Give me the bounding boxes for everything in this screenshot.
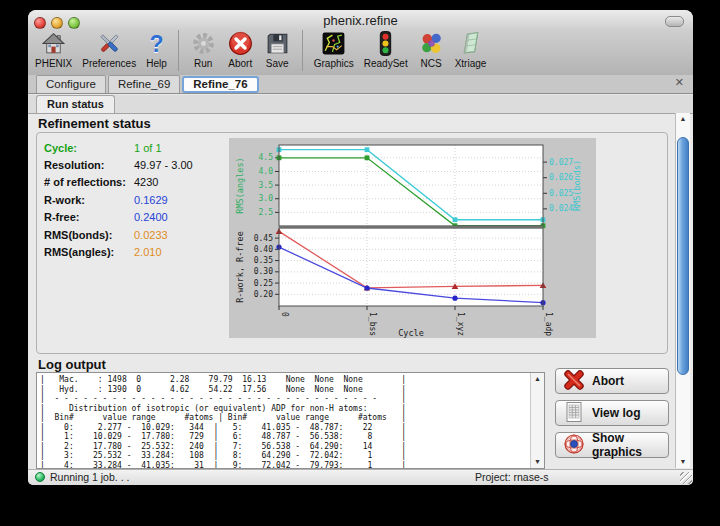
svg-text:RMS(angles): RMS(angles) <box>235 157 245 213</box>
help-button[interactable]: ? Help <box>141 29 172 69</box>
svg-text:3.0: 3.0 <box>259 194 274 203</box>
phenix-home-icon <box>40 29 67 58</box>
graphics-button[interactable]: Graphics <box>309 29 359 69</box>
readyset-trafficlight-icon <box>372 29 399 58</box>
running-status-icon <box>35 472 45 482</box>
svg-text:4.0: 4.0 <box>259 167 274 176</box>
toolbar: PHENIX Preferences ? Help Run <box>30 29 491 75</box>
log-output-heading: Log output <box>38 357 106 372</box>
toolbar-item-label: Abort <box>228 58 252 69</box>
stat-r-work: R-work:0.1629 <box>44 191 193 208</box>
window-title: phenix.refine <box>28 13 693 28</box>
scroll-down-icon[interactable]: ▼ <box>676 457 690 467</box>
abort-x-icon <box>563 369 585 394</box>
svg-text:0.027: 0.027 <box>549 158 573 167</box>
svg-text:0.35: 0.35 <box>254 256 273 265</box>
svg-text:0.30: 0.30 <box>254 267 273 276</box>
inner-notebook-strip <box>28 95 693 114</box>
view-log-document-icon <box>563 401 585 426</box>
preferences-button[interactable]: Preferences <box>77 29 141 69</box>
toolbar-item-label: Preferences <box>82 58 136 69</box>
svg-text:Cycle: Cycle <box>398 328 424 338</box>
svg-text:2.5: 2.5 <box>259 208 274 217</box>
xtriage-crystal-icon <box>457 29 484 58</box>
refine-76-content: Run status ▲ ▼ Refinement status Cycle:1… <box>28 95 693 470</box>
svg-text:RMS(bonds): RMS(bonds) <box>572 160 582 211</box>
desktop-background: phenix.refine PHENIX Preferences ? Help <box>0 0 720 526</box>
log-vertical-scrollbar[interactable]: ▲ ▼ <box>530 373 544 468</box>
run-button[interactable]: Run <box>185 29 222 69</box>
scroll-down-icon[interactable]: ▼ <box>531 457 544 467</box>
tab-refine-69[interactable]: Refine_69 <box>108 75 180 93</box>
svg-text:1_bss: 1_bss <box>368 312 377 336</box>
window-chrome: phenix.refine PHENIX Preferences ? Help <box>28 10 693 76</box>
toolbar-item-label: PHENIX <box>35 58 72 69</box>
refinement-status-heading: Refinement status <box>38 116 151 131</box>
close-tab-icon[interactable]: ✕ <box>675 77 684 88</box>
svg-text:0.026: 0.026 <box>549 173 573 182</box>
svg-text:4.5: 4.5 <box>259 153 274 162</box>
ncs-button[interactable]: NCS <box>413 29 450 69</box>
preferences-tools-icon <box>96 29 123 58</box>
abort-job-button[interactable]: Abort <box>555 368 669 394</box>
svg-text:0.20: 0.20 <box>254 290 273 299</box>
tab-run-status[interactable]: Run status <box>36 95 115 113</box>
graphics-sphere-icon <box>563 433 585 458</box>
svg-text:R-work, R-free: R-work, R-free <box>235 231 245 303</box>
log-output-box[interactable]: | Mac. : 1498 0 2.28 79.79 16.13 None No… <box>36 372 545 469</box>
status-bar: Running 1 job. . . Project: rnase-s <box>28 469 693 485</box>
svg-text:0.45: 0.45 <box>254 234 273 243</box>
stat-reflections: # of reflections:4230 <box>44 174 193 191</box>
refinement-chart: 2.53.03.54.04.50.0240.0250.0260.027RMS(a… <box>229 138 596 338</box>
save-button[interactable]: Save <box>259 29 296 69</box>
toolbar-separator <box>302 30 303 71</box>
xtriage-button[interactable]: Xtriage <box>450 29 492 69</box>
toolbar-item-label: Xtriage <box>455 58 487 69</box>
svg-text:0.024: 0.024 <box>549 204 573 213</box>
toolbar-toggle-button[interactable] <box>665 16 684 27</box>
toolbar-item-label: Save <box>266 58 289 69</box>
scroll-up-icon[interactable]: ▲ <box>531 374 544 384</box>
scrollbar-thumb[interactable] <box>677 137 689 375</box>
stat-rms-angles: RMS(angles):2.010 <box>44 243 193 260</box>
project-label: Project: rnase-s <box>475 471 549 483</box>
help-question-icon: ? <box>149 29 163 58</box>
document-tabstrip: Configure Refine_69 Refine_76 <box>28 75 693 94</box>
chart-svg: 2.53.03.54.04.50.0240.0250.0260.027RMS(a… <box>229 138 596 338</box>
svg-text:1_adp: 1_adp <box>544 312 553 336</box>
svg-text:0.025: 0.025 <box>549 189 573 198</box>
abort-button[interactable]: Abort <box>222 29 259 69</box>
stat-cycle: Cycle:1 of 1 <box>44 139 193 156</box>
refinement-status-groupbox: Cycle:1 of 1 Resolution:49.97 - 3.00 # o… <box>36 132 668 354</box>
toolbar-item-label: ReadySet <box>364 58 408 69</box>
toolbar-separator <box>178 30 179 71</box>
svg-text:1_xyz: 1_xyz <box>456 312 465 336</box>
tab-refine-76[interactable]: Refine_76 <box>182 76 258 93</box>
toolbar-item-label: Graphics <box>314 58 354 69</box>
toolbar-item-label: NCS <box>421 58 442 69</box>
main-vertical-scrollbar[interactable]: ▲ ▼ <box>675 113 690 468</box>
toolbar-item-label: Run <box>194 58 212 69</box>
ncs-spheres-icon <box>418 29 445 58</box>
save-floppy-icon <box>264 29 291 58</box>
phenix-refine-window: phenix.refine PHENIX Preferences ? Help <box>28 10 693 485</box>
svg-text:0.40: 0.40 <box>254 245 273 254</box>
stat-r-free: R-free:0.2400 <box>44 209 193 226</box>
svg-text:0: 0 <box>280 312 289 317</box>
scroll-up-icon[interactable]: ▲ <box>676 114 690 124</box>
abort-circle-icon <box>227 29 254 58</box>
run-gear-icon <box>190 29 217 58</box>
tab-configure[interactable]: Configure <box>36 75 106 93</box>
show-graphics-button[interactable]: Show graphics <box>555 432 669 458</box>
stat-rms-bonds: RMS(bonds):0.0233 <box>44 226 193 243</box>
status-message: Running 1 job. . . <box>50 471 129 483</box>
svg-text:3.5: 3.5 <box>259 181 274 190</box>
phenix-button[interactable]: PHENIX <box>30 29 77 69</box>
readyset-button[interactable]: ReadySet <box>359 29 413 69</box>
refinement-stats: Cycle:1 of 1 Resolution:49.97 - 3.00 # o… <box>44 139 193 261</box>
svg-text:0.25: 0.25 <box>254 279 273 288</box>
toolbar-item-label: Help <box>146 58 167 69</box>
resize-grip[interactable] <box>680 472 692 484</box>
view-log-button[interactable]: View log <box>555 400 669 426</box>
stat-resolution: Resolution:49.97 - 3.00 <box>44 156 193 173</box>
